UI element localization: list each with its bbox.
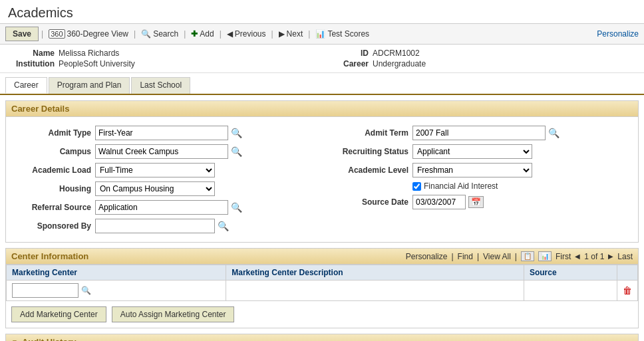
campus-search-icon[interactable]: 🔍 [231,146,242,157]
view-360-link[interactable]: 360 360-Degree View [46,28,131,40]
source-date-row: Source Date 📅 [329,193,633,211]
sponsored-by-control: 🔍 [95,219,229,233]
toolbar: Save | 360 360-Degree View | 🔍 Search | … [0,23,644,45]
center-data-table: Marketing Center Marketing Center Descri… [6,265,638,301]
col-marketing-center: Marketing Center [7,265,226,281]
table-buttons: Add Marketing Center Auto Assign Marketi… [6,301,638,328]
export-icon[interactable]: 📋 [521,251,534,261]
admit-type-input[interactable] [95,126,228,140]
delete-cell: 🗑 [617,281,638,301]
next-link[interactable]: ▶ Next [276,28,306,40]
marketing-center-search-icon[interactable]: 🔍 [81,286,91,295]
admit-term-input[interactable] [412,126,546,140]
id-field: ID ADCRM1002 [322,49,636,58]
search-link[interactable]: 🔍 Search [138,28,181,40]
career-value: Undergraduate [373,59,426,68]
personalize-link[interactable]: Personalize [597,29,639,39]
academic-level-label: Academic Level [329,166,408,175]
campus-label: Campus [11,147,91,156]
referral-source-search-icon[interactable]: 🔍 [231,202,242,213]
nav-next-btn[interactable]: ▶ [608,253,613,260]
center-view-all-link[interactable]: View All [483,252,511,261]
sponsored-by-row: Sponsored By 🔍 [11,217,315,235]
marketing-center-cell: 🔍 [7,281,226,301]
tab-last-school[interactable]: Last School [131,77,190,94]
nav-last: Last [617,252,633,261]
add-marketing-center-button[interactable]: Add Marketing Center [11,306,106,322]
academic-level-row: Academic Level Freshman Sophomore Junior… [329,161,633,179]
collapse-icon: ▼ [11,338,18,341]
save-button[interactable]: Save [5,27,39,41]
sep6: | [308,29,310,39]
career-form-grid: Admit Type 🔍 Campus 🔍 [11,124,633,235]
housing-select[interactable]: On Campus Housing Off Campus With Parent… [95,181,215,196]
sponsored-by-input[interactable] [95,219,215,233]
description-cell [226,281,524,301]
housing-control: On Campus Housing Off Campus With Parent… [95,181,215,196]
referral-source-label: Referral Source [11,203,91,212]
tab-program-and-plan[interactable]: Program and Plan [49,77,130,94]
admit-term-search-icon[interactable]: 🔍 [548,128,560,138]
student-info-left: Name Melissa Richards Institution People… [8,49,322,68]
chart-icon[interactable]: 📊 [538,251,552,261]
col-actions [617,265,638,281]
career-label: Career [322,59,369,68]
page-container: Academics Save | 360 360-Degree View | 🔍… [0,0,644,341]
tab-career[interactable]: Career [5,77,47,94]
sep2: | [134,29,136,39]
center-information-section: Center Information Personalize | Find | … [5,248,639,328]
admit-type-search-icon[interactable]: 🔍 [231,128,242,138]
academic-level-select[interactable]: Freshman Sophomore Junior Senior [412,163,532,177]
financial-aid-checkbox[interactable] [412,182,421,191]
career-field: Career Undergraduate [322,59,636,68]
recruiting-status-control: Applicant Prospect Admit [412,144,532,159]
recruiting-status-select[interactable]: Applicant Prospect Admit [412,144,532,159]
admit-type-row: Admit Type 🔍 [11,124,315,142]
center-information-header: Center Information Personalize | Find | … [6,249,638,265]
center-personalize-link[interactable]: Personalize [406,252,448,261]
toolbar-left: Save | 360 360-Degree View | 🔍 Search | … [5,27,372,41]
career-details-header: Career Details [6,101,638,117]
add-link[interactable]: ✚ Add [188,28,216,40]
test-scores-icon: 📊 [315,29,325,39]
audit-history-section: ▼ Audit History Created 01/08/2009 4:55P… [5,334,639,341]
recruiting-status-row: Recruiting Status Applicant Prospect Adm… [329,142,633,161]
col-source: Source [524,265,617,281]
audit-history-header[interactable]: ▼ Audit History [6,334,638,341]
campus-control: 🔍 [95,144,242,159]
recruiting-status-label: Recruiting Status [329,147,408,156]
col-marketing-center-description: Marketing Center Description [226,265,524,281]
table-header-row: Marketing Center Marketing Center Descri… [7,265,638,281]
career-details-body: Admit Type 🔍 Campus 🔍 [6,117,638,242]
nav-first: First [556,252,571,261]
financial-aid-label: Financial Aid Interest [424,181,498,191]
referral-source-input[interactable] [95,200,228,215]
student-info-right: ID ADCRM1002 Career Undergraduate [322,49,636,68]
center-information-title: Center Information [11,251,88,261]
source-cell [524,281,617,301]
previous-link[interactable]: ◀ Previous [224,28,269,40]
institution-label: Institution [8,59,55,68]
center-find-link[interactable]: Find [458,252,473,261]
test-scores-link[interactable]: 📊 Test Scores [313,28,372,40]
sponsored-by-search-icon[interactable]: 🔍 [218,221,229,231]
audit-history-title: Audit History [22,337,77,341]
campus-input[interactable] [95,144,228,159]
sep5: | [271,29,273,39]
admit-term-row: Admit Term 🔍 [329,124,633,142]
academic-load-select[interactable]: Full-Time Half-Time Less than Half-Time [95,163,215,177]
referral-source-control: 🔍 [95,200,242,215]
previous-icon: ◀ [227,29,233,39]
name-value: Melissa Richards [59,49,119,58]
source-date-input[interactable] [412,195,466,209]
nav-prev-btn[interactable]: ◀ [575,253,580,260]
360-icon: 360 [49,29,65,39]
id-label: ID [322,49,369,58]
marketing-center-input[interactable] [12,283,79,298]
delete-row-icon[interactable]: 🗑 [623,285,632,296]
career-details-section: Career Details Admit Type 🔍 [5,100,639,243]
name-label: Name [8,49,55,58]
calendar-icon[interactable]: 📅 [468,196,484,208]
auto-assign-marketing-center-button[interactable]: Auto Assign Marketing Center [112,306,235,322]
tool-sep1: | [451,252,453,261]
